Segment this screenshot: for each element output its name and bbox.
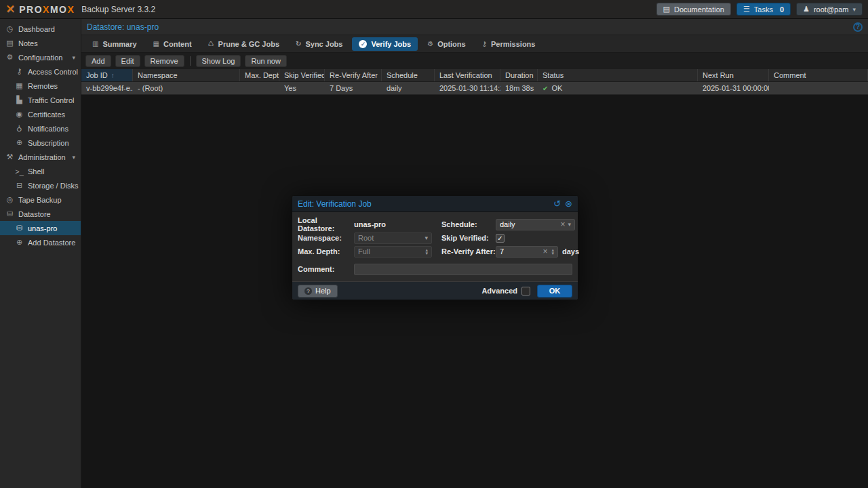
- status-text: OK: [551, 84, 562, 92]
- run-now-button[interactable]: Run now: [245, 55, 286, 67]
- trash-icon: ♺: [208, 40, 214, 47]
- sidebar-item-label: Notifications: [28, 125, 68, 133]
- cell-last-verification: 2025-01-30 11:14:28: [435, 82, 500, 94]
- sync-icon: ↻: [296, 40, 301, 47]
- tab-prune-gc-jobs[interactable]: ♺ Prune & GC Jobs: [201, 37, 286, 51]
- cell-duration: 18m 38s: [500, 82, 538, 94]
- column-header-next-run[interactable]: Next Run: [698, 69, 769, 81]
- reverify-after-value: 7: [500, 247, 540, 256]
- tasks-button[interactable]: ☰ Tasks 0: [736, 3, 791, 16]
- column-header-max-depth[interactable]: Max. Depth: [240, 69, 279, 81]
- sidebar-item-access-control[interactable]: ⚷ Access Control: [0, 64, 81, 79]
- skip-verified-checkbox[interactable]: ✓: [496, 234, 505, 243]
- tape-icon: ◎: [5, 195, 14, 204]
- cell-reverify-after: 7 Days: [325, 82, 382, 94]
- reset-icon[interactable]: ↺: [553, 199, 561, 208]
- user-icon: ♟: [803, 5, 810, 14]
- tab-permissions[interactable]: ⚷ Permissions: [475, 37, 542, 51]
- sidebar-item-notifications[interactable]: ⚲ Notifications: [0, 121, 81, 136]
- sidebar-item-add-datastore[interactable]: ⊕ Add Datastore: [0, 235, 81, 249]
- schedule-combobox[interactable]: daily × ▾: [496, 219, 575, 230]
- cell-namespace: - (Root): [133, 82, 240, 94]
- show-log-button[interactable]: Show Log: [196, 55, 241, 67]
- help-button[interactable]: ? Help: [298, 285, 338, 298]
- datastore-panel-header: Datastore: unas-pro ?: [81, 19, 868, 35]
- column-header-status[interactable]: Status: [538, 69, 698, 81]
- column-header-duration[interactable]: Duration: [500, 69, 538, 81]
- server-grid-icon: ▦: [15, 81, 24, 90]
- jobs-table-header: Job ID ↑ Namespace Max. Depth Skip Verif…: [81, 69, 868, 82]
- sidebar-item-subscription[interactable]: ⊕ Subscription: [0, 136, 81, 150]
- tab-label: Sync Jobs: [305, 40, 342, 48]
- tab-verify-jobs[interactable]: ✓ Verify Jobs: [352, 37, 418, 51]
- user-label: root@pam: [814, 5, 849, 14]
- remove-button[interactable]: Remove: [144, 55, 184, 67]
- chevron-down-icon[interactable]: ▾: [72, 154, 75, 161]
- column-header-reverify-after[interactable]: Re-Verify After: [325, 69, 382, 81]
- sidebar-item-datastore[interactable]: ⛁ Datastore: [0, 207, 81, 221]
- brand-seg: X: [43, 4, 50, 15]
- sidebar-item-tape-backup[interactable]: ◎ Tape Backup: [0, 192, 81, 207]
- add-button[interactable]: Add: [85, 55, 111, 67]
- column-header-last-verification[interactable]: Last Verification: [435, 69, 500, 81]
- clear-icon[interactable]: ×: [560, 220, 565, 229]
- sidebar-item-dashboard[interactable]: ◷ Dashboard: [0, 22, 81, 36]
- edit-button[interactable]: Edit: [115, 55, 140, 67]
- sidebar-item-certificates[interactable]: ◉ Certificates: [0, 107, 81, 121]
- sidebar-item-administration[interactable]: ⚒ Administration ▾: [0, 150, 81, 164]
- max-depth-spinner[interactable]: Full ▴ ▾: [354, 246, 432, 258]
- namespace-combobox[interactable]: Root ▾: [354, 232, 432, 244]
- sidebar-item-label: Certificates: [28, 110, 65, 119]
- tab-options[interactable]: ⚙ Options: [420, 37, 473, 51]
- column-header-schedule[interactable]: Schedule: [382, 69, 435, 81]
- dialog-footer: ? Help Advanced OK: [292, 281, 578, 300]
- sidebar-item-notes[interactable]: ▤ Notes: [0, 36, 81, 50]
- cell-max-depth: [240, 82, 279, 94]
- tab-summary[interactable]: ▥ Summary: [85, 37, 144, 51]
- help-label: Help: [315, 287, 331, 295]
- local-datastore-label: Local Datastore:: [298, 216, 354, 232]
- local-datastore-value: unas-pro: [354, 220, 432, 228]
- reverify-after-input[interactable]: 7 × ▴ ▾: [496, 246, 558, 258]
- check-circle-icon: ✓: [359, 40, 367, 48]
- sidebar-item-shell[interactable]: >_ Shell: [0, 164, 81, 178]
- column-header-comment[interactable]: Comment: [769, 69, 868, 81]
- column-header-job-id[interactable]: Job ID ↑: [81, 69, 133, 81]
- help-circle-icon[interactable]: ?: [853, 22, 863, 32]
- chevron-down-icon[interactable]: ▾: [568, 221, 571, 228]
- sidebar-item-storage-disks[interactable]: ⊟ Storage / Disks: [0, 178, 81, 192]
- column-header-namespace[interactable]: Namespace: [133, 69, 240, 81]
- documentation-button[interactable]: ▤ Documentation: [656, 3, 731, 16]
- column-header-skip-verified[interactable]: Skip Verified: [279, 69, 325, 81]
- book-icon: ▤: [663, 5, 670, 14]
- sidebar-item-unas-pro[interactable]: ⛁ unas-pro: [0, 221, 81, 235]
- documentation-label: Documentation: [674, 5, 724, 14]
- spinner-down-icon[interactable]: ▾: [551, 251, 554, 255]
- navigation-sidebar: ◷ Dashboard ▤ Notes ⚙ Configuration ▾ ⚷ …: [0, 19, 81, 488]
- user-menu-button[interactable]: ♟ root@pam ▾: [796, 3, 863, 16]
- dialog-header[interactable]: Edit: Verification Job ↺ ⊗: [292, 196, 578, 212]
- brand-seg: X: [68, 4, 75, 15]
- namespace-value: Root: [358, 234, 425, 242]
- sidebar-item-configuration[interactable]: ⚙ Configuration ▾: [0, 50, 81, 64]
- tab-sync-jobs[interactable]: ↻ Sync Jobs: [289, 37, 349, 51]
- chevron-down-icon[interactable]: ▾: [72, 54, 75, 61]
- table-row[interactable]: v-bb299e4f-e... - (Root) Yes 7 Days dail…: [81, 82, 868, 95]
- sidebar-item-traffic-control[interactable]: ▙ Traffic Control: [0, 93, 81, 107]
- tasks-label: Tasks: [754, 5, 773, 14]
- sidebar-item-remotes[interactable]: ▦ Remotes: [0, 79, 81, 93]
- ok-button[interactable]: OK: [537, 285, 572, 298]
- schedule-value: daily: [500, 220, 557, 228]
- clear-icon[interactable]: ×: [542, 247, 547, 256]
- close-icon[interactable]: ⊗: [565, 199, 572, 208]
- terminal-icon: >_: [15, 167, 24, 176]
- skip-verified-label: Skip Verified:: [441, 234, 496, 242]
- dialog-body: Local Datastore: unas-pro Schedule: dail…: [292, 212, 578, 281]
- datastore-tabbar: ▥ Summary ▦ Content ♺ Prune & GC Jobs ↻ …: [81, 35, 868, 53]
- sidebar-item-label: Add Datastore: [28, 239, 75, 247]
- cell-next-run: 2025-01-31 00:00:00: [698, 82, 769, 94]
- tab-content[interactable]: ▦ Content: [146, 37, 199, 51]
- comment-input[interactable]: [354, 264, 572, 275]
- advanced-checkbox[interactable]: [521, 287, 530, 296]
- proxmox-x-mark-icon: ✕: [5, 3, 15, 15]
